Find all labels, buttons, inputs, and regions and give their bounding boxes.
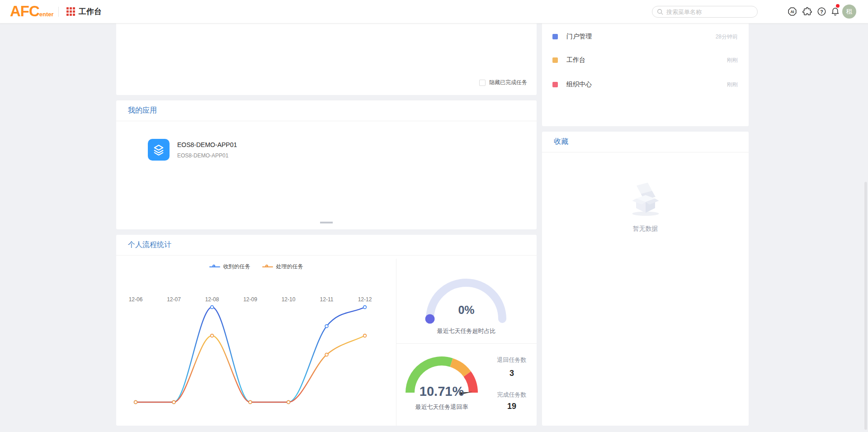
ai-assistant-icon[interactable]: AI	[787, 6, 797, 17]
my-apps-card: 我的应用 EOS8-DEMO-APP01 EOS8-DEMO-APP01	[116, 100, 537, 229]
logo-text-main: AFC	[10, 2, 39, 20]
search-icon	[657, 9, 663, 15]
afcenter-logo[interactable]: AFC enter	[10, 2, 54, 20]
checkbox-box[interactable]	[479, 80, 486, 86]
overtime-gauge-label: 最近七天任务超时占比	[396, 327, 537, 335]
data-point-marker	[172, 401, 175, 404]
completed-tasks-value-block: 19	[482, 402, 541, 411]
data-point-marker	[363, 306, 367, 309]
process-stats-card: 个人流程统计 收到的任务处理的任务 12-0612-0712-0812-0912…	[116, 235, 537, 426]
app-name: EOS8-DEMO-APP01	[177, 141, 237, 148]
return-rate-value: 10.71%	[396, 384, 487, 399]
recent-app-name: 组织中心	[566, 81, 592, 89]
plugin-icon[interactable]	[802, 6, 812, 17]
overtime-gauge	[396, 262, 537, 330]
my-apps-title: 我的应用	[128, 106, 157, 115]
search-input[interactable]	[666, 9, 748, 15]
favorites-title: 收藏	[554, 137, 568, 147]
data-point-marker	[211, 334, 214, 337]
recent-app-name: 门户管理	[566, 33, 592, 41]
recent-apps-card: 门户管理28分钟前工作台刚刚组织中心刚刚	[542, 24, 749, 126]
empty-box-icon	[621, 180, 670, 217]
logo-text-sub: enter	[39, 11, 54, 20]
hide-completed-checkbox[interactable]: 隐藏已完成任务	[479, 79, 527, 86]
recent-app-time: 刚刚	[727, 57, 738, 64]
page-title: 工作台	[79, 6, 102, 17]
returned-tasks-stat: 退回任务数	[482, 356, 541, 364]
returned-tasks-label: 退回任务数	[482, 356, 541, 364]
scrollbar-thumb[interactable]	[864, 182, 867, 430]
app-color-square	[552, 34, 558, 39]
recent-app-name: 工作台	[566, 56, 585, 64]
menu-search[interactable]	[652, 6, 758, 18]
todo-tasks-card: 隐藏已完成任务	[116, 24, 537, 95]
completed-tasks-stat: 完成任务数	[482, 391, 541, 399]
completed-tasks-value: 19	[482, 402, 541, 411]
empty-text: 暂无数据	[542, 225, 749, 233]
app-grid-icon[interactable]	[66, 7, 75, 16]
data-point-marker	[287, 401, 290, 404]
empty-state: 暂无数据	[542, 180, 749, 233]
data-point-marker	[325, 353, 328, 356]
favorites-card: 收藏 暂无数据	[542, 132, 749, 426]
svg-text:?: ?	[820, 9, 823, 14]
returned-tasks-value-block: 3	[482, 369, 541, 378]
recent-app-time: 28分钟前	[716, 33, 738, 41]
app-item[interactable]: EOS8-DEMO-APP01 EOS8-DEMO-APP01	[148, 139, 237, 161]
workbench-page: AFC enter 工作台 AI	[0, 0, 868, 432]
app-color-square	[552, 82, 558, 87]
notification-badge	[836, 4, 840, 8]
return-rate-label: 最近七天任务退回率	[396, 403, 487, 411]
avatar[interactable]: 租	[842, 5, 856, 19]
app-layers-icon	[148, 139, 170, 161]
data-point-marker	[249, 401, 252, 404]
top-header: AFC enter 工作台 AI	[0, 0, 868, 24]
carousel-pagination-dash[interactable]	[320, 222, 333, 223]
returned-tasks-value: 3	[482, 369, 541, 378]
notification-bell-icon[interactable]	[830, 6, 840, 17]
data-point-marker	[134, 401, 137, 404]
recent-app-row[interactable]: 组织中心刚刚	[542, 79, 749, 90]
horizontal-divider	[396, 343, 537, 344]
data-point-marker	[363, 334, 367, 337]
svg-text:AI: AI	[790, 10, 794, 14]
favorites-header: 收藏	[542, 132, 749, 152]
overtime-gauge-value: 0%	[396, 304, 537, 317]
my-apps-card-header: 我的应用	[116, 100, 537, 121]
recent-app-row[interactable]: 工作台刚刚	[542, 54, 749, 66]
chart-line-series-1	[136, 336, 365, 402]
app-color-square	[552, 57, 558, 63]
checkbox-label: 隐藏已完成任务	[489, 79, 527, 86]
chart-line-series-0	[136, 307, 365, 402]
recent-app-row[interactable]: 门户管理28分钟前	[542, 31, 749, 43]
data-point-marker	[325, 325, 328, 328]
completed-tasks-label: 完成任务数	[482, 391, 541, 399]
header-divider	[58, 7, 59, 17]
avatar-text: 租	[846, 8, 853, 16]
recent-app-time: 刚刚	[727, 81, 738, 89]
help-icon[interactable]: ?	[816, 6, 827, 17]
line-chart	[116, 235, 396, 426]
app-description: EOS8-DEMO-APP01	[177, 152, 237, 159]
gauge-segment-orange	[452, 362, 467, 374]
data-point-marker	[211, 306, 214, 309]
app-texts: EOS8-DEMO-APP01 EOS8-DEMO-APP01	[177, 139, 237, 161]
